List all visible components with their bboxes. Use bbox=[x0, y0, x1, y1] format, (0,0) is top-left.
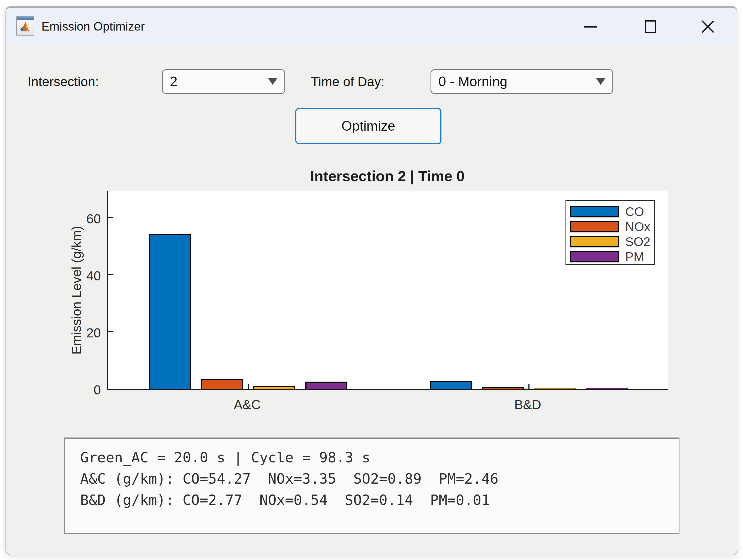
time-of-day-label: Time of Day: bbox=[311, 74, 385, 89]
bar-CO-B&D bbox=[430, 381, 472, 389]
close-button[interactable] bbox=[698, 17, 718, 37]
intersection-dropdown[interactable]: 2 bbox=[162, 69, 285, 94]
chevron-down-icon bbox=[596, 78, 605, 85]
y-tick-labels: 0204060 bbox=[65, 191, 101, 390]
legend-label: PM bbox=[625, 249, 644, 264]
chart-legend: CONOxSO2PM bbox=[566, 200, 655, 265]
time-of-day-dropdown-value: 0 - Morning bbox=[438, 74, 508, 89]
results-line: B&D (g/km): CO=2.77 NOx=0.54 SO2=0.14 PM… bbox=[80, 489, 673, 511]
legend-swatch-CO bbox=[570, 206, 619, 217]
chevron-down-icon bbox=[268, 78, 277, 85]
x-tick bbox=[248, 384, 249, 389]
y-tick bbox=[108, 331, 114, 332]
matlab-membrane-icon bbox=[17, 19, 34, 36]
y-tick bbox=[108, 217, 114, 218]
legend-row: SO2 bbox=[570, 234, 654, 249]
y-tick-label: 40 bbox=[65, 269, 101, 283]
bar-CO-A&C bbox=[149, 234, 191, 389]
intersection-label: Intersection: bbox=[28, 74, 99, 89]
maximize-button[interactable] bbox=[641, 17, 660, 37]
bar-SO2-B&D bbox=[534, 388, 576, 389]
window-title: Emission Optimizer bbox=[41, 19, 145, 33]
bar-NOx-B&D bbox=[482, 387, 524, 389]
legend-swatch-NOx bbox=[570, 221, 619, 232]
legend-swatch-SO2 bbox=[570, 236, 619, 247]
results-line: A&C (g/km): CO=54.27 NOx=3.35 SO2=0.89 P… bbox=[80, 468, 673, 489]
bar-PM-A&C bbox=[305, 382, 347, 389]
legend-row: NOx bbox=[570, 219, 654, 234]
time-of-day-dropdown[interactable]: 0 - Morning bbox=[431, 69, 613, 94]
app-window: Emission Optimizer Intersection: 2 Time … bbox=[5, 6, 737, 555]
bar-SO2-A&C bbox=[253, 386, 295, 389]
chart-title: Intersection 2 | Time 0 bbox=[107, 168, 668, 184]
x-category-labels: A&CB&D bbox=[107, 397, 668, 416]
title-bar: Emission Optimizer bbox=[6, 6, 737, 45]
minimize-button[interactable] bbox=[581, 17, 600, 37]
y-tick-label: 60 bbox=[65, 212, 101, 226]
y-tick bbox=[108, 274, 114, 275]
close-icon bbox=[700, 19, 715, 34]
legend-swatch-PM bbox=[570, 251, 619, 262]
maximize-icon bbox=[645, 20, 656, 33]
x-tick bbox=[528, 384, 529, 389]
x-category-label: B&D bbox=[514, 397, 541, 412]
legend-label: NOx bbox=[625, 219, 650, 234]
intersection-dropdown-value: 2 bbox=[170, 74, 177, 89]
legend-label: SO2 bbox=[625, 234, 650, 249]
optimize-button[interactable]: Optimize bbox=[295, 108, 441, 144]
bar-NOx-A&C bbox=[201, 379, 243, 389]
minimize-icon bbox=[584, 26, 597, 28]
matlab-app-icon bbox=[16, 16, 34, 36]
y-tick-label: 20 bbox=[65, 326, 101, 340]
legend-row: CO bbox=[570, 204, 654, 219]
x-category-label: A&C bbox=[234, 397, 261, 412]
results-textarea[interactable]: Green_AC = 20.0 s | Cycle = 98.3 s A&C (… bbox=[64, 437, 680, 534]
results-line: Green_AC = 20.0 s | Cycle = 98.3 s bbox=[80, 447, 673, 468]
legend-label: CO bbox=[625, 204, 644, 219]
screen: Emission Optimizer Intersection: 2 Time … bbox=[0, 0, 743, 560]
legend-row: PM bbox=[570, 249, 654, 264]
y-tick-label: 0 bbox=[65, 383, 101, 397]
bar-PM-B&D bbox=[586, 388, 628, 389]
